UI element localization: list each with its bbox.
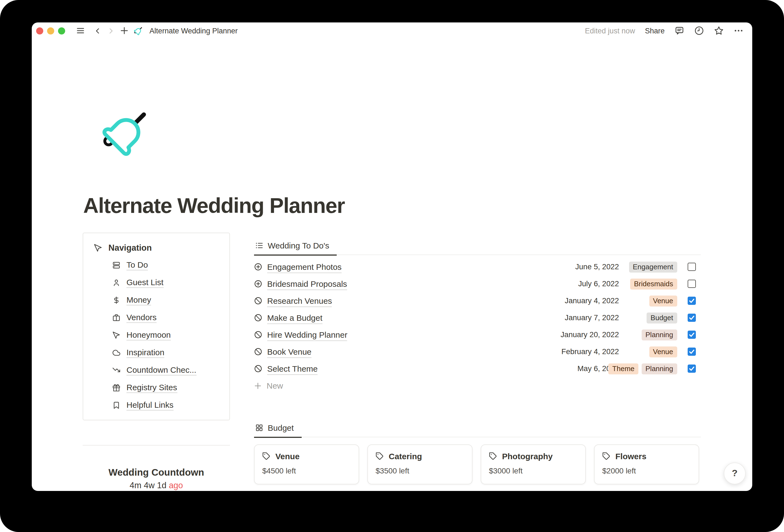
nav-item-to-do[interactable]: To Do (83, 256, 229, 274)
todo-title[interactable]: Book Venue (267, 347, 526, 356)
tag-icon (489, 452, 497, 460)
todo-date[interactable]: July 6, 2022 (526, 280, 619, 288)
minimize-window-button[interactable] (47, 27, 54, 34)
nav-item-helpful-links[interactable]: Helpful Links (83, 396, 229, 414)
nav-item-label[interactable]: Helpful Links (127, 400, 173, 410)
share-button[interactable]: Share (645, 27, 665, 35)
nav-item-label[interactable]: Registry Sites (127, 382, 177, 393)
countdown-value: 4m 4w 1d ago (83, 479, 230, 491)
nav-item-label[interactable]: Honeymoon (127, 330, 171, 340)
nav-item-honeymoon[interactable]: Honeymoon (83, 326, 229, 344)
todo-title[interactable]: Engagement Photos (267, 262, 526, 272)
history-clock-icon[interactable] (694, 26, 704, 35)
nav-item-label[interactable]: Countdown Chec... (127, 365, 196, 375)
todo-tags: Venue (619, 295, 677, 306)
todo-date[interactable]: February 4, 2022 (526, 347, 619, 356)
budget-card-venue[interactable]: Venue $4500 left (254, 444, 359, 484)
sidebar-menu-icon[interactable] (76, 26, 85, 35)
page-title[interactable]: Alternate Wedding Planner (83, 193, 345, 219)
row-checkbox[interactable] (688, 347, 696, 356)
table-row[interactable]: Bridesmaid Proposals July 6, 2022 Brides… (254, 275, 701, 292)
favorite-star-icon[interactable] (714, 26, 724, 35)
help-button[interactable]: ? (724, 463, 746, 484)
nav-item-inspiration[interactable]: Inspiration (83, 344, 229, 361)
new-page-icon[interactable] (120, 26, 129, 35)
budget-card-flowers[interactable]: Flowers $2000 left (594, 444, 699, 484)
forward-icon[interactable] (107, 27, 114, 34)
close-window-button[interactable] (36, 27, 43, 34)
new-todo-button[interactable]: New (254, 377, 701, 394)
ban-icon (254, 314, 262, 322)
row-checkbox[interactable] (688, 331, 696, 339)
back-icon[interactable] (94, 27, 101, 34)
row-checkbox[interactable] (688, 297, 696, 305)
zoom-window-button[interactable] (58, 27, 65, 34)
tab-label: Wedding To Do's (268, 241, 329, 250)
budget-card-catering[interactable]: Catering $3500 left (367, 444, 473, 484)
todo-tags: Venue (619, 346, 677, 357)
table-row[interactable]: Book Venue February 4, 2022 Venue (254, 343, 701, 360)
table-row[interactable]: Make a Budget January 7, 2022 Budget (254, 309, 701, 326)
divider (83, 445, 230, 446)
todo-title[interactable]: Select Theme (267, 364, 526, 373)
todo-date[interactable]: January 7, 2022 (526, 314, 619, 322)
row-checkbox[interactable] (688, 280, 696, 288)
nav-item-registry-sites[interactable]: Registry Sites (83, 379, 229, 396)
todo-rows: Engagement Photos June 5, 2022 Engagemen… (254, 258, 701, 394)
todo-title[interactable]: Make a Budget (267, 313, 526, 323)
table-row[interactable]: Select Theme May 6, 2022 Theme Planning (254, 360, 701, 377)
todo-title[interactable]: Bridesmaid Proposals (267, 279, 526, 288)
todo-date[interactable]: May 6, 2022 (526, 365, 619, 373)
budget-card-title: Venue (275, 451, 300, 460)
budget-cards: Venue $4500 left Catering $3500 left Pho… (254, 444, 701, 484)
todo-title[interactable]: Research Venues (267, 296, 526, 305)
comments-icon[interactable] (674, 26, 684, 35)
tag-chip[interactable]: Engagement (629, 261, 677, 272)
gift-icon (112, 384, 120, 392)
budget-card-photography[interactable]: Photography $3000 left (481, 444, 586, 484)
todo-date[interactable]: January 20, 2022 (526, 331, 619, 339)
tab-budget[interactable]: Budget (254, 423, 301, 438)
table-row[interactable]: Research Venues January 4, 2022 Venue (254, 292, 701, 309)
check-icon (688, 297, 695, 304)
nav-item-countdown-checklist[interactable]: Countdown Chec... (83, 361, 229, 379)
row-checkbox[interactable] (688, 263, 696, 271)
row-checkbox[interactable] (688, 314, 696, 322)
breadcrumb-page-title[interactable]: Alternate Wedding Planner (149, 27, 237, 35)
tab-wedding-to-dos[interactable]: Wedding To Do's (254, 241, 337, 255)
circle-plus-icon (254, 263, 262, 271)
table-row[interactable]: Hire Wedding Planner January 20, 2022 Pl… (254, 326, 701, 343)
ban-icon (254, 331, 262, 339)
nav-item-label[interactable]: Inspiration (127, 347, 164, 358)
tag-chip[interactable]: Planning (642, 363, 677, 374)
nav-item-label[interactable]: To Do (127, 260, 148, 270)
budget-section: Budget Venue $4500 left Catering $3500 l… (254, 416, 701, 484)
tag-chip[interactable]: Budget (647, 312, 677, 323)
tag-chip[interactable]: Bridesmaids (630, 278, 677, 289)
budget-card-amount: $4500 left (262, 466, 351, 475)
todo-date[interactable]: June 5, 2022 (526, 263, 619, 271)
more-options-icon[interactable] (734, 26, 744, 35)
table-row[interactable]: Engagement Photos June 5, 2022 Engagemen… (254, 258, 701, 275)
edited-status: Edited just now (585, 27, 635, 35)
nav-item-label[interactable]: Vendors (127, 312, 157, 323)
trending-down-icon (112, 366, 120, 374)
nav-item-money[interactable]: Money (83, 291, 229, 309)
check-icon (688, 365, 695, 372)
nav-item-vendors[interactable]: Vendors (83, 309, 229, 326)
row-checkbox[interactable] (688, 365, 696, 373)
nav-item-label[interactable]: Money (127, 295, 151, 305)
tag-chip[interactable]: Theme (609, 363, 638, 374)
nav-item-guest-list[interactable]: Guest List (83, 274, 229, 291)
page-bell-icon[interactable] (97, 104, 154, 162)
ban-icon (254, 297, 262, 305)
tag-chip[interactable]: Venue (649, 346, 677, 357)
todo-title[interactable]: Hire Wedding Planner (267, 330, 526, 339)
navigation-header-label: Navigation (108, 243, 152, 253)
tag-chip[interactable]: Venue (649, 295, 677, 306)
nav-item-label[interactable]: Guest List (127, 277, 163, 288)
tag-chip[interactable]: Planning (642, 329, 677, 340)
screenshot-root: Alternate Wedding Planner Edited just no… (0, 0, 784, 532)
list-view-icon (255, 241, 263, 249)
todo-date[interactable]: January 4, 2022 (526, 297, 619, 305)
